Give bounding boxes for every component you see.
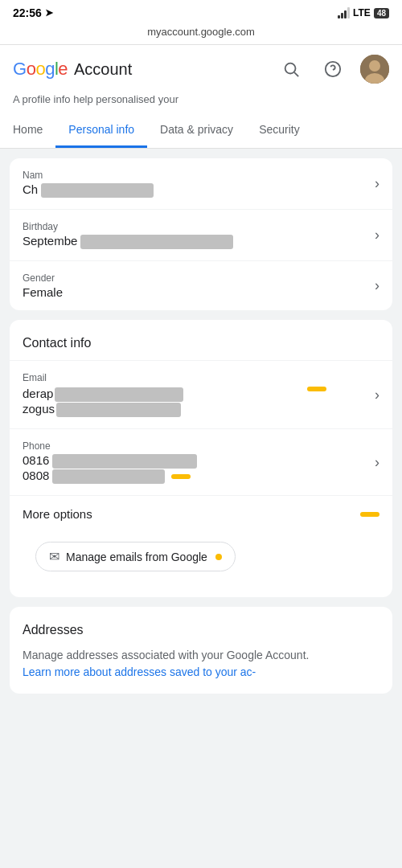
email-row[interactable]: Email derap zogus › [10,360,392,428]
avatar[interactable] [360,55,389,84]
status-bar: 22:56 ➤ LTE 48 [0,0,402,23]
addresses-card: Addresses Manage addresses associated wi… [10,607,392,694]
tab-personal-info[interactable]: Personal info [55,113,147,148]
svg-point-5 [369,60,380,72]
svg-point-0 [285,63,296,74]
birthday-chevron: › [375,227,379,244]
learn-more-link[interactable]: Learn more about addresses saved to your… [23,665,256,678]
svg-line-1 [294,72,298,76]
name-value: Ch [23,182,375,198]
email-line2: zogus [23,402,375,417]
birthday-label: Birthday [23,221,375,232]
addresses-description: Manage addresses associated with your Go… [10,647,392,694]
account-title: Account [74,60,270,79]
email-dot-indicator [307,380,326,395]
phone-row[interactable]: Phone 0816 0808 › [10,428,392,495]
gender-label: Gender [23,272,375,284]
help-button[interactable] [318,55,347,84]
google-logo: Google [13,59,68,80]
header-subtitle: A profile info help personalised your [0,93,402,113]
tab-security[interactable]: Security [246,113,313,148]
header-icons [277,55,389,84]
network-type: LTE [353,7,371,18]
manage-emails-container: ✉ Manage emails from Google [10,532,392,597]
more-options-label: More options [23,507,360,521]
nav-tabs: Home Personal info Data & privacy Securi… [0,113,402,149]
tab-home[interactable]: Home [0,113,55,148]
signal-icon [338,7,350,18]
name-label: Nam [23,170,375,181]
gender-row[interactable]: Gender Female › [10,260,392,310]
gender-chevron: › [375,277,379,294]
gender-value: Female [23,285,375,299]
name-chevron: › [375,175,379,192]
addresses-title: Addresses [10,607,392,647]
tab-data-privacy[interactable]: Data & privacy [147,113,246,148]
contact-info-card: Contact info Email derap zogus › [10,320,392,597]
personal-info-card: Nam Ch › Birthday Septembe › Gender Fema… [10,158,392,310]
new-badge-indicator [215,554,222,560]
email-icon: ✉ [49,549,59,564]
birthday-row[interactable]: Birthday Septembe › [10,209,392,260]
phone-line1: 0816 [23,453,375,469]
address-bar[interactable]: myaccount.google.com [0,23,402,45]
url-text: myaccount.google.com [147,26,255,38]
main-content: Nam Ch › Birthday Septembe › Gender Fema… [0,149,402,713]
email-chevron: › [375,387,379,403]
search-button[interactable] [277,55,306,84]
birthday-value: Septembe [23,234,375,249]
contact-info-title: Contact info [10,320,392,360]
name-row[interactable]: Nam Ch › [10,158,392,209]
manage-emails-button[interactable]: ✉ Manage emails from Google [35,542,236,571]
time-display: 22:56 [13,6,42,19]
manage-emails-label: Manage emails from Google [66,551,207,563]
more-options-row[interactable]: More options [10,495,392,532]
battery-display: 48 [374,8,389,18]
phone-chevron: › [375,454,379,471]
phone-label: Phone [23,440,375,452]
location-icon: ➤ [45,7,53,18]
phone-line2: 0808 [23,469,165,484]
page-header: Google Account [0,45,402,93]
